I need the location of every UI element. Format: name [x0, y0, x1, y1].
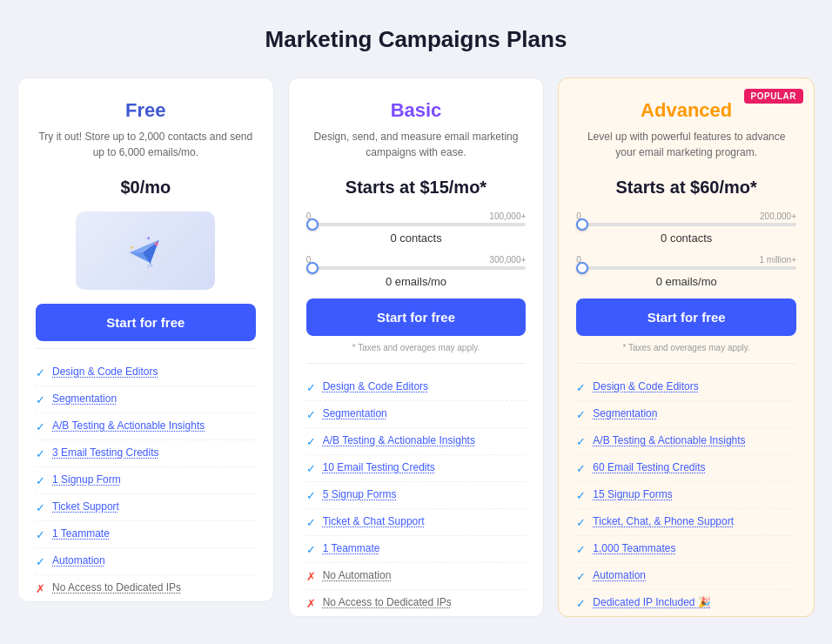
feature-text[interactable]: No Access to Dedicated IPs [323, 596, 452, 608]
feature-text[interactable]: No Automation [323, 569, 392, 581]
feature-item: ✓ 5 Signup Forms [306, 482, 527, 509]
feature-text[interactable]: 60 Email Testing Credits [593, 461, 705, 473]
feature-item: ✓ 1 Signup Form [36, 467, 256, 494]
feature-item: ✓ Design & Code Editors [36, 359, 256, 386]
slider1-labels: 0 200,000+ [576, 211, 796, 221]
features-list-basic: ✓ Design & Code Editors ✓ Segmentation ✓… [306, 363, 527, 616]
feature-item: ✓ 1 Teammate [306, 536, 527, 563]
check-icon: ✓ [36, 555, 45, 568]
emails-slider-section: 0 1 million+ 0 emails/mo [576, 255, 796, 288]
feature-item: ✓ Segmentation [306, 401, 527, 428]
free-illustration [76, 211, 215, 290]
tax-note-advanced: * Taxes and overages may apply. [576, 343, 796, 352]
start-button-advanced[interactable]: Start for free [576, 299, 796, 336]
start-button-free[interactable]: Start for free [36, 304, 256, 341]
feature-item: ✓ 1 Teammate [36, 521, 256, 548]
plan-description-free: Try it out! Store up to 2,000 contacts a… [36, 129, 256, 164]
svg-point-7 [147, 237, 150, 239]
cross-icon: ✗ [306, 570, 316, 583]
feature-item: ✗ No Access to Dedicated IPs [36, 575, 256, 601]
feature-text[interactable]: Ticket, Chat, & Phone Support [593, 515, 734, 527]
check-icon: ✓ [306, 543, 316, 556]
popular-badge: POPULAR [744, 89, 803, 104]
feature-text[interactable]: 10 Email Testing Credits [323, 461, 435, 473]
check-icon: ✓ [576, 462, 586, 475]
plan-price-basic: Starts at $15/mo* [306, 178, 527, 198]
check-icon: ✓ [306, 489, 316, 502]
check-icon: ✓ [36, 528, 45, 541]
feature-item: ✓ 3 Email Testing Credits [36, 440, 256, 467]
slider1-thumb[interactable] [306, 218, 319, 231]
feature-text[interactable]: A/B Testing & Actionable Insights [593, 434, 745, 446]
features-list-advanced: ✓ Design & Code Editors ✓ Segmentation ✓… [576, 363, 796, 616]
feature-text[interactable]: Design & Code Editors [52, 366, 158, 378]
check-icon: ✓ [576, 435, 586, 448]
check-icon: ✓ [36, 447, 45, 460]
slider1-thumb[interactable] [576, 218, 588, 231]
feature-text[interactable]: 1 Teammate [323, 542, 380, 554]
check-icon: ✓ [576, 543, 586, 556]
slider2-track [306, 266, 527, 270]
check-icon: ✓ [576, 408, 586, 421]
feature-item: ✓ A/B Testing & Actionable Insights [576, 428, 796, 455]
feature-text[interactable]: A/B Testing & Actionable Insights [323, 434, 475, 446]
contacts-value: 0 contacts [306, 231, 527, 245]
slider2-track [576, 266, 796, 270]
feature-text[interactable]: Design & Code Editors [323, 380, 428, 392]
feature-item: ✓ Ticket, Chat, & Phone Support [576, 509, 796, 536]
feature-item: ✓ Automation [36, 548, 256, 575]
plan-price-free: $0/mo [36, 178, 256, 198]
features-list-free: ✓ Design & Code Editors ✓ Segmentation ✓… [36, 348, 256, 601]
slider1-labels: 0 100,000+ [306, 211, 527, 221]
feature-item: ✓ Design & Code Editors [306, 374, 527, 401]
feature-text[interactable]: 1,000 Teammates [593, 542, 675, 554]
feature-text[interactable]: Segmentation [52, 392, 117, 405]
feature-text[interactable]: 1 Teammate [52, 527, 110, 540]
check-icon: ✓ [306, 408, 316, 421]
feature-text[interactable]: Segmentation [323, 407, 387, 419]
start-button-basic[interactable]: Start for free [306, 299, 527, 336]
feature-item: ✓ A/B Testing & Actionable Insights [36, 413, 256, 440]
check-icon: ✓ [36, 366, 45, 379]
feature-item: ✓ 1,000 Teammates [576, 536, 796, 563]
emails-slider-section: 0 300,000+ 0 emails/mo [306, 255, 527, 288]
feature-text[interactable]: No Access to Dedicated IPs [52, 581, 181, 594]
slider1-track [576, 223, 796, 226]
feature-text[interactable]: Ticket & Chat Support [323, 515, 425, 527]
feature-text[interactable]: Automation [52, 554, 105, 567]
feature-item: ✓ Segmentation [576, 401, 796, 428]
svg-point-6 [131, 246, 133, 249]
slider2-max: 300,000+ [489, 255, 526, 265]
plan-card-advanced: POPULARAdvancedLevel up with powerful fe… [558, 77, 815, 617]
feature-text[interactable]: 5 Signup Forms [323, 488, 397, 500]
slider1-max: 200,000+ [760, 211, 796, 221]
slider2-thumb[interactable] [576, 262, 588, 274]
check-icon: ✓ [306, 516, 316, 529]
feature-text[interactable]: 1 Signup Form [52, 473, 121, 486]
emails-value: 0 emails/mo [576, 275, 796, 288]
feature-text[interactable]: Design & Code Editors [593, 380, 698, 392]
emails-value: 0 emails/mo [306, 275, 527, 288]
page-title: Marketing Campaigns Plans [265, 26, 567, 53]
contacts-slider-section: 0 100,000+ 0 contacts [306, 211, 527, 245]
svg-point-5 [155, 242, 158, 245]
feature-text[interactable]: 3 Email Testing Credits [52, 446, 159, 459]
plan-description-basic: Design, send, and measure email marketin… [306, 129, 527, 164]
feature-text[interactable]: Automation [593, 569, 646, 581]
feature-text[interactable]: Dedicated IP Included 🎉 [593, 596, 711, 608]
check-icon: ✓ [306, 435, 316, 448]
feature-text[interactable]: Ticket Support [52, 500, 119, 513]
feature-text[interactable]: 15 Signup Forms [593, 488, 672, 500]
slider2-thumb[interactable] [306, 262, 319, 274]
plan-price-advanced: Starts at $60/mo* [576, 178, 796, 198]
feature-text[interactable]: A/B Testing & Actionable Insights [52, 419, 205, 432]
check-icon: ✓ [36, 501, 45, 514]
plan-name-basic: Basic [306, 99, 527, 122]
tax-note-basic: * Taxes and overages may apply. [306, 343, 527, 352]
check-icon: ✓ [36, 420, 45, 433]
cross-icon: ✗ [36, 582, 45, 595]
check-icon: ✓ [36, 393, 45, 406]
check-icon: ✓ [36, 474, 45, 487]
slider2-labels: 0 300,000+ [306, 255, 527, 265]
feature-text[interactable]: Segmentation [593, 407, 657, 419]
